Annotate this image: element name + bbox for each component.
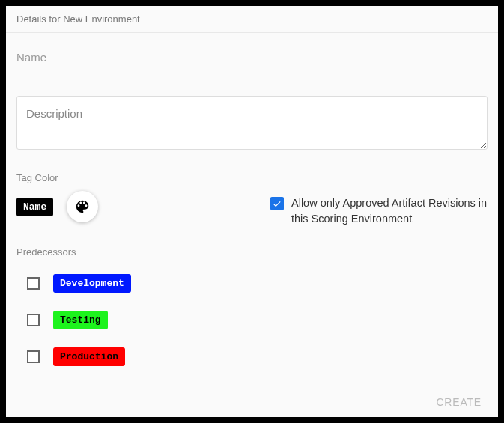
approval-label: Allow only Approved Artifact Revisions i… xyxy=(291,195,488,227)
predecessor-tag-production: Production xyxy=(53,347,125,366)
predecessor-list: Development Testing Production xyxy=(16,265,488,375)
description-textarea[interactable] xyxy=(16,96,488,150)
check-icon xyxy=(272,198,282,209)
approval-row: Allow only Approved Artifact Revisions i… xyxy=(270,195,488,227)
approval-checkbox[interactable] xyxy=(270,197,284,210)
create-button[interactable]: CREATE xyxy=(433,392,485,413)
predecessor-row: Production xyxy=(16,338,488,375)
tag-color-row: Name Allow only Approved Artifact Revisi… xyxy=(16,191,488,227)
predecessor-checkbox-production[interactable] xyxy=(27,350,40,363)
predecessor-checkbox-testing[interactable] xyxy=(27,314,40,326)
tag-preview-group: Name xyxy=(16,191,98,222)
tag-color-preview: Name xyxy=(16,198,53,216)
dialog-title: Details for New Environment xyxy=(6,6,498,33)
palette-icon xyxy=(74,198,91,215)
tag-color-label: Tag Color xyxy=(16,172,488,183)
dialog-body: Tag Color Name Allow only Approved Artif… xyxy=(6,33,498,384)
predecessor-tag-development: Development xyxy=(53,274,131,293)
color-picker-button[interactable] xyxy=(67,191,98,222)
predecessor-row: Development xyxy=(16,265,488,302)
name-input[interactable] xyxy=(16,46,488,70)
dialog: Details for New Environment Tag Color Na… xyxy=(6,6,498,417)
predecessor-row: Testing xyxy=(16,302,488,338)
predecessor-checkbox-development[interactable] xyxy=(27,277,40,290)
predecessor-tag-testing: Testing xyxy=(53,311,108,329)
predecessors-label: Predecessors xyxy=(16,246,488,258)
dialog-footer: CREATE xyxy=(6,384,498,417)
